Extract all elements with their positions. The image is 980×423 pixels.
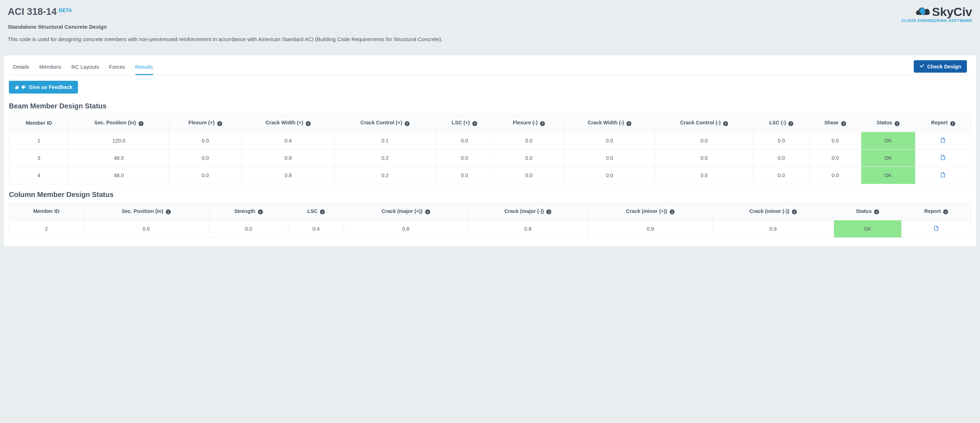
column-header: Member ID [9, 114, 69, 132]
column-header: Report i [901, 202, 971, 220]
info-icon[interactable]: i [472, 121, 477, 126]
logo-text: SkyCiv [932, 6, 972, 18]
info-icon[interactable]: i [546, 209, 551, 214]
column-header: Sec. Position (in) i [69, 114, 169, 132]
info-icon[interactable]: i [895, 121, 900, 126]
table-row: 20.00.00.40.80.80.90.9OK [9, 220, 971, 238]
table-cell: 0.0 [655, 132, 753, 149]
table-cell: 48.0 [69, 149, 169, 167]
tabs-row: DetailsMembersRC LayoutsForcesResults Ch… [9, 60, 971, 75]
column-header: LSC (-) i [753, 114, 810, 132]
tab-rc-layouts[interactable]: RC Layouts [71, 60, 99, 75]
table-cell: 0.0 [753, 167, 810, 184]
column-header: Crack (major (-)) i [468, 202, 589, 220]
table-cell: 0.2 [335, 149, 435, 167]
info-icon[interactable]: i [138, 121, 143, 126]
column-header: Crack (minor (-)) i [713, 202, 834, 220]
beam-table: Member IDSec. Position (in) iFlexure (+)… [9, 114, 971, 184]
tab-details[interactable]: Details [13, 60, 29, 75]
table-cell: 0.0 [564, 167, 655, 184]
info-icon[interactable]: i [320, 209, 325, 214]
report-cell [915, 149, 971, 167]
svg-rect-5 [942, 175, 944, 176]
column-label: Flexure (+) [188, 120, 215, 126]
info-icon[interactable]: i [841, 121, 846, 126]
column-label: Shear [824, 120, 838, 126]
info-icon[interactable]: i [405, 121, 410, 126]
toolbar: Give us Feedback [9, 75, 971, 95]
info-icon[interactable]: i [950, 121, 955, 126]
table-cell: 0.0 [655, 149, 753, 167]
cloud-logo-icon [914, 6, 931, 18]
table-cell: 0.8 [344, 220, 468, 238]
column-table: Member IDSec. Position (in) iStrength iL… [9, 202, 971, 238]
tab-members[interactable]: Members [39, 60, 62, 75]
table-cell: 0.0 [493, 149, 564, 167]
column-label: Crack (major (-)) [504, 208, 544, 214]
info-icon[interactable]: i [540, 121, 545, 126]
info-icon[interactable]: i [723, 121, 728, 126]
status-cell: OK [861, 167, 915, 184]
column-label: Crack Width (+) [266, 120, 304, 126]
check-icon [920, 64, 924, 70]
column-section-title: Column Member Design Status [9, 191, 971, 199]
column-label: Status [877, 120, 892, 126]
column-label: Member ID [33, 208, 59, 214]
report-icon[interactable] [940, 139, 946, 145]
table-cell: 0.0 [493, 132, 564, 149]
column-header: Crack (major (+)) i [344, 202, 468, 220]
table-cell: 0.0 [655, 167, 753, 184]
table-cell: 0.0 [564, 132, 655, 149]
column-header: Flexure (-) i [493, 114, 564, 132]
table-cell: 1 [9, 132, 69, 149]
report-icon[interactable] [940, 156, 946, 162]
info-icon[interactable]: i [943, 209, 948, 214]
info-icon[interactable]: i [425, 209, 430, 214]
report-icon[interactable] [940, 173, 946, 179]
column-header: Crack Width (-) i [564, 114, 655, 132]
status-cell: OK [861, 132, 915, 149]
column-label: Crack (minor (+)) [626, 208, 667, 214]
table-cell: 120.0 [69, 132, 169, 149]
tab-results[interactable]: Results [135, 60, 153, 75]
column-label: Strength [234, 208, 255, 214]
column-label: Flexure (-) [513, 120, 538, 126]
column-label: LSC (-) [769, 120, 786, 126]
column-header: Crack (minor (+)) i [588, 202, 712, 220]
svg-rect-6 [935, 229, 937, 229]
table-row: 448.00.00.80.20.00.00.00.00.00.0OK [9, 167, 971, 184]
feedback-button[interactable]: Give us Feedback [9, 81, 78, 94]
column-header: Report i [915, 114, 971, 132]
table-cell: 0.4 [288, 220, 344, 238]
column-header: Strength i [209, 202, 288, 220]
info-icon[interactable]: i [166, 209, 171, 214]
report-icon[interactable] [933, 227, 939, 233]
table-row: 348.00.00.80.20.00.00.00.00.00.0OK [9, 149, 971, 167]
table-cell: 0.8 [242, 167, 335, 184]
table-cell: 0.0 [753, 149, 810, 167]
info-icon[interactable]: i [792, 209, 797, 214]
table-cell: 0.0 [809, 149, 861, 167]
column-header: Crack Control (+) i [335, 114, 435, 132]
report-cell [915, 132, 971, 149]
table-cell: 0.0 [169, 167, 242, 184]
info-icon[interactable]: i [258, 209, 263, 214]
brand-logo: SkyCiv CLOUD ENGINEERING SOFTWARE [901, 6, 972, 23]
info-icon[interactable]: i [788, 121, 793, 126]
table-cell: 0.4 [242, 132, 335, 149]
info-icon[interactable]: i [627, 121, 632, 126]
column-label: Crack Control (+) [360, 120, 402, 126]
column-header: Shear i [809, 114, 861, 132]
column-label: Report [931, 120, 948, 126]
table-cell: 0.0 [493, 167, 564, 184]
table-cell: 0.0 [809, 167, 861, 184]
info-icon[interactable]: i [306, 121, 311, 126]
info-icon[interactable]: i [217, 121, 222, 126]
page-subtitle: Standalone Structural Concrete Design [8, 24, 972, 30]
info-icon[interactable]: i [670, 209, 675, 214]
svg-rect-3 [942, 158, 944, 158]
info-icon[interactable]: i [874, 209, 879, 214]
check-design-button[interactable]: Check Design [914, 60, 967, 73]
table-cell: 0.0 [564, 149, 655, 167]
tab-forces[interactable]: Forces [109, 60, 126, 75]
